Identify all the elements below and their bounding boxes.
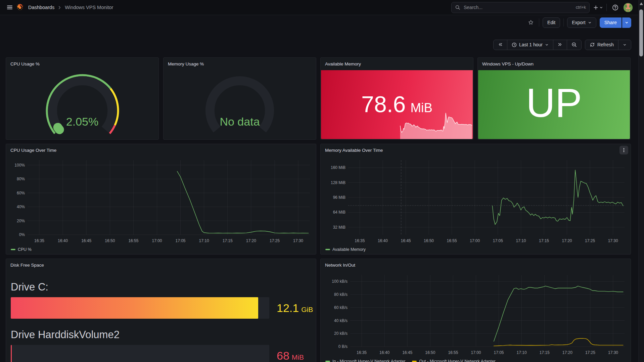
memory-time-series-chart[interactable]: 32 MiB64 MiB96 MiB128 MiB160 MiB16:3516:… bbox=[323, 156, 628, 244]
help-button[interactable] bbox=[610, 2, 620, 12]
time-controls: Last 1 hour Refresh bbox=[0, 30, 639, 54]
refresh-button[interactable]: Refresh bbox=[585, 40, 618, 50]
svg-text:16:45: 16:45 bbox=[402, 350, 412, 355]
svg-text:16:35: 16:35 bbox=[34, 238, 44, 243]
svg-text:100 kB/s: 100 kB/s bbox=[332, 279, 348, 284]
user-avatar[interactable] bbox=[624, 3, 633, 12]
page-scrollbar bbox=[638, 0, 644, 362]
panel-title[interactable]: Disk Free Space bbox=[10, 263, 44, 268]
share-options-button[interactable] bbox=[622, 17, 631, 28]
search-input[interactable] bbox=[463, 4, 573, 10]
top-nav: Dashboards Windows VPS Monitor ctrl+k bbox=[0, 0, 639, 15]
panel-title[interactable]: CPU Usage Over Time bbox=[10, 148, 56, 153]
legend-item[interactable]: In - Microsoft Hyper-V Network Adapter bbox=[325, 359, 405, 362]
svg-text:96 MiB: 96 MiB bbox=[333, 195, 346, 200]
svg-text:16:40: 16:40 bbox=[58, 238, 68, 243]
svg-text:40%: 40% bbox=[17, 205, 25, 209]
bar-gauge-fill bbox=[11, 297, 258, 319]
kebab-icon bbox=[622, 148, 626, 152]
svg-text:17:05: 17:05 bbox=[175, 238, 185, 243]
legend-item[interactable]: Out - Microsoft Hyper-V Network Adapter bbox=[412, 359, 495, 362]
bar-gauge-value: 68 MiB bbox=[277, 349, 304, 362]
search-icon bbox=[455, 5, 460, 10]
series-swatch bbox=[11, 249, 15, 250]
svg-text:80%: 80% bbox=[17, 177, 25, 181]
bar-gauge-fill bbox=[11, 345, 12, 362]
share-button[interactable]: Share bbox=[600, 17, 622, 28]
svg-text:20%: 20% bbox=[17, 219, 25, 223]
panel-title[interactable]: Memory Usage % bbox=[168, 61, 204, 66]
time-shift-forward-button[interactable] bbox=[553, 40, 567, 50]
svg-text:16:35: 16:35 bbox=[355, 238, 365, 243]
stat-value: 78.6 MiB bbox=[321, 91, 473, 117]
svg-text:16:50: 16:50 bbox=[105, 238, 115, 243]
panel-title[interactable]: Network In/Out bbox=[325, 263, 355, 268]
svg-text:16:55: 16:55 bbox=[128, 238, 138, 243]
search-box[interactable]: ctrl+k bbox=[451, 2, 590, 13]
breadcrumb: Dashboards Windows VPS Monitor bbox=[28, 5, 113, 10]
svg-text:100%: 100% bbox=[14, 163, 25, 168]
edit-button[interactable]: Edit bbox=[543, 17, 560, 28]
time-shift-back-button[interactable] bbox=[493, 40, 507, 50]
panel-title[interactable]: CPU Usage % bbox=[10, 61, 40, 66]
panel-updown: Windows VPS - Up/Down UP bbox=[477, 57, 631, 140]
toolbar-divider bbox=[563, 18, 564, 27]
bar-gauge-track bbox=[11, 345, 269, 362]
svg-text:16:35: 16:35 bbox=[357, 350, 367, 355]
svg-text:16:55: 16:55 bbox=[448, 350, 458, 355]
chevron-down-icon bbox=[588, 21, 592, 25]
add-new-button[interactable] bbox=[593, 5, 603, 10]
bar-gauge-value: 12.1 GiB bbox=[277, 302, 313, 315]
panel-menu-button[interactable] bbox=[619, 146, 628, 154]
panel-disk-free-space: Disk Free Space Drive C: 12.1 GiB Drive … bbox=[6, 259, 316, 362]
share-label: Share bbox=[604, 20, 617, 25]
svg-text:17:05: 17:05 bbox=[493, 238, 503, 243]
svg-text:20 kB/s: 20 kB/s bbox=[334, 331, 348, 336]
disk-value-number: 68 bbox=[277, 349, 289, 362]
plus-icon bbox=[593, 5, 599, 10]
svg-text:16:55: 16:55 bbox=[447, 238, 457, 243]
legend-item[interactable]: CPU % bbox=[11, 247, 32, 252]
refresh-interval-button[interactable] bbox=[618, 40, 631, 50]
cpu-time-series-chart[interactable]: 0%20%40%60%80%100%16:3516:4016:4516:5016… bbox=[9, 156, 313, 244]
disk-value-unit: GiB bbox=[301, 306, 313, 314]
chart-legend: Available Memory bbox=[325, 246, 628, 253]
chevron-down-icon bbox=[545, 43, 549, 47]
refresh-label: Refresh bbox=[597, 42, 614, 47]
svg-text:80 kB/s: 80 kB/s bbox=[334, 292, 348, 297]
svg-text:No data: No data bbox=[220, 115, 260, 128]
grafana-logo[interactable] bbox=[15, 2, 25, 12]
export-button[interactable]: Export bbox=[567, 17, 596, 28]
time-range-picker[interactable]: Last 1 hour bbox=[507, 40, 553, 50]
legend-item[interactable]: Available Memory bbox=[325, 247, 366, 252]
panel-header: Disk Free Space bbox=[6, 259, 316, 271]
panel-title[interactable]: Memory Available Over Time bbox=[325, 148, 383, 153]
svg-text:17:00: 17:00 bbox=[470, 238, 480, 243]
star-icon bbox=[527, 19, 534, 26]
star-dashboard-button[interactable] bbox=[526, 17, 536, 28]
cpu-gauge: 2.05% bbox=[6, 70, 158, 139]
svg-text:16:50: 16:50 bbox=[424, 238, 434, 243]
zoom-out-time-button[interactable] bbox=[567, 40, 582, 50]
export-label: Export bbox=[572, 20, 585, 25]
network-time-series-chart[interactable]: 0 B/s20 kB/s40 kB/s60 kB/s80 kB/s100 kB/… bbox=[323, 271, 628, 356]
scrollbar-thumb[interactable] bbox=[639, 9, 643, 56]
clock-icon bbox=[512, 42, 517, 47]
panel-title[interactable]: Available Memory bbox=[325, 61, 361, 66]
bar-gauge-row: 12.1 GiB bbox=[11, 297, 311, 319]
breadcrumb-dashboards[interactable]: Dashboards bbox=[28, 5, 54, 10]
stat-background: UP bbox=[478, 70, 630, 139]
svg-text:17:15: 17:15 bbox=[540, 350, 550, 355]
menu-toggle-button[interactable] bbox=[5, 2, 15, 12]
nav-divider bbox=[606, 4, 607, 11]
panel-title[interactable]: Windows VPS - Up/Down bbox=[482, 61, 534, 66]
time-range-group: Last 1 hour bbox=[493, 40, 582, 50]
disk-value-unit: MiB bbox=[292, 353, 304, 361]
panel-header: Available Memory bbox=[321, 58, 473, 70]
scrollbar-up-arrow[interactable] bbox=[640, 2, 643, 5]
disk-value-number: 12.1 bbox=[277, 302, 299, 315]
chart-legend: In - Microsoft Hyper-V Network AdapterOu… bbox=[325, 358, 628, 362]
svg-text:17:25: 17:25 bbox=[270, 238, 280, 243]
svg-text:128 MiB: 128 MiB bbox=[331, 180, 346, 185]
panel-network-in-out: Network In/Out 0 B/s20 kB/s40 kB/s60 kB/… bbox=[320, 259, 631, 362]
